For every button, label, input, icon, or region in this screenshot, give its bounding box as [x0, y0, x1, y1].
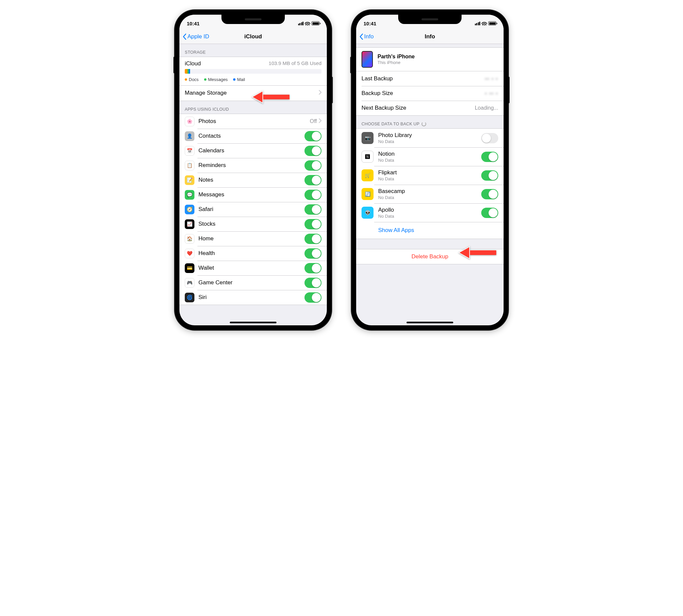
app-icon: 📅	[185, 146, 194, 156]
show-all-apps-button[interactable]: Show All Apps	[356, 222, 504, 239]
toggle-switch[interactable]	[304, 278, 321, 288]
app-label: Notion	[378, 151, 481, 157]
app-icon: ❤️	[185, 249, 194, 258]
toggle-switch[interactable]	[304, 204, 321, 215]
app-icon: 🧭	[185, 205, 194, 214]
app-row-messages[interactable]: 💬Messages	[179, 187, 327, 202]
storage-bar	[185, 69, 321, 74]
app-label: Contacts	[198, 133, 304, 139]
toggle-switch[interactable]	[481, 152, 498, 162]
notch	[398, 15, 462, 24]
app-label: Siri	[198, 294, 304, 301]
app-icon: 👤	[185, 131, 194, 141]
app-row-safari[interactable]: 🧭Safari	[179, 202, 327, 217]
app-icon: 📋	[185, 161, 194, 170]
app-row-reminders[interactable]: 📋Reminders	[179, 158, 327, 173]
toggle-switch[interactable]	[304, 131, 321, 141]
apps-header: APPS USING ICLOUD	[179, 101, 327, 114]
app-icon: 📈	[185, 219, 194, 229]
app-row-siri[interactable]: 🌀Siri	[179, 290, 327, 305]
app-label: Messages	[198, 191, 304, 198]
app-label: Flipkart	[378, 169, 481, 176]
phone-right: 10:41 Info Info Parth's iPhone This iPho…	[351, 10, 508, 330]
next-backup-value: Loading...	[475, 105, 498, 111]
home-indicator[interactable]	[407, 322, 453, 323]
chevron-left-icon	[182, 33, 187, 40]
app-icon: 💳	[185, 263, 194, 273]
chevron-right-icon	[319, 118, 321, 125]
last-backup-value: ▪▪ ▪ ▪	[485, 76, 498, 81]
nav-bar: Apple ID iCloud	[179, 29, 327, 44]
app-label: Apollo	[378, 207, 481, 213]
show-all-apps-label: Show All Apps	[378, 227, 414, 234]
chevron-left-icon	[359, 33, 364, 40]
toggle-switch[interactable]	[304, 234, 321, 244]
toggle-switch[interactable]	[304, 248, 321, 259]
toggle-switch[interactable]	[304, 292, 321, 303]
app-row-wallet[interactable]: 💳Wallet	[179, 261, 327, 275]
app-label: Notes	[198, 177, 304, 183]
app-label: Stocks	[198, 221, 304, 227]
app-row-calendars[interactable]: 📅Calendars	[179, 143, 327, 158]
toggle-switch[interactable]	[304, 146, 321, 156]
app-label: Game Center	[198, 279, 304, 286]
app-icon: 🏠	[185, 234, 194, 244]
toggle-switch[interactable]	[304, 219, 321, 229]
status-time: 10:41	[364, 21, 376, 26]
home-indicator[interactable]	[230, 322, 276, 323]
manage-storage-row[interactable]: Manage Storage	[179, 85, 327, 100]
app-sublabel: No Data	[378, 158, 481, 163]
toggle-switch[interactable]	[304, 160, 321, 171]
app-row-game-center[interactable]: 🎮Game Center	[179, 275, 327, 290]
storage-header: STORAGE	[179, 44, 327, 57]
choose-data-header: CHOOSE DATA TO BACK UP	[356, 116, 504, 128]
app-row-home[interactable]: 🏠Home	[179, 231, 327, 246]
screen-left: 10:41 Apple ID iCloud STORAGE iCloud 103…	[179, 15, 327, 325]
app-row-contacts[interactable]: 👤Contacts	[179, 129, 327, 143]
manage-storage-label: Manage Storage	[185, 90, 317, 96]
app-icon: 🌸	[185, 117, 194, 126]
battery-icon	[488, 21, 496, 25]
next-backup-row: Next Backup Size Loading...	[356, 101, 504, 115]
content-right[interactable]: Parth's iPhone This iPhone Last Backup ▪…	[356, 44, 504, 325]
backup-app-row-photo-library[interactable]: 📷Photo LibraryNo Data	[356, 129, 504, 147]
app-row-stocks[interactable]: 📈Stocks	[179, 217, 327, 231]
app-label: Photo Library	[378, 132, 481, 139]
backup-app-row-basecamp[interactable]: 🔄BasecampNo Data	[356, 185, 504, 203]
screen-right: 10:41 Info Info Parth's iPhone This iPho…	[356, 15, 504, 325]
app-icon: 📝	[185, 175, 194, 185]
battery-icon	[312, 21, 319, 25]
toggle-switch[interactable]	[481, 189, 498, 199]
storage-legend: Docs Messages Mail	[179, 77, 327, 85]
delete-backup-button[interactable]: Delete Backup	[356, 249, 504, 264]
toggle-switch[interactable]	[481, 133, 498, 143]
app-icon: 📷	[362, 132, 373, 144]
app-icon: 🌀	[185, 293, 194, 302]
toggle-switch[interactable]	[304, 190, 321, 200]
app-row-photos[interactable]: 🌸PhotosOff	[179, 114, 327, 129]
device-name: Parth's iPhone	[378, 54, 498, 60]
backup-app-row-notion[interactable]: 🅽NotionNo Data	[356, 147, 504, 166]
app-icon: 🛒	[362, 169, 373, 181]
back-button[interactable]: Apple ID	[179, 33, 209, 40]
backup-app-row-flipkart[interactable]: 🛒FlipkartNo Data	[356, 166, 504, 185]
content-left[interactable]: STORAGE iCloud 103.9 MB of 5 GB Used Doc…	[179, 44, 327, 325]
toggle-switch[interactable]	[481, 208, 498, 218]
storage-label: iCloud	[185, 60, 201, 67]
status-time: 10:41	[187, 21, 199, 26]
phone-left: 10:41 Apple ID iCloud STORAGE iCloud 103…	[175, 10, 332, 330]
app-icon: 🎮	[185, 278, 194, 288]
back-label: Apple ID	[187, 33, 209, 40]
delete-backup-label: Delete Backup	[362, 253, 498, 260]
app-row-notes[interactable]: 📝Notes	[179, 173, 327, 187]
toggle-switch[interactable]	[481, 170, 498, 181]
nav-bar: Info Info	[356, 29, 504, 44]
toggle-switch[interactable]	[304, 263, 321, 273]
back-button[interactable]: Info	[356, 33, 373, 40]
backup-app-row-apollo[interactable]: 👽ApolloNo Data	[356, 203, 504, 222]
app-row-health[interactable]: ❤️Health	[179, 246, 327, 261]
toggle-switch[interactable]	[304, 175, 321, 185]
device-subtitle: This iPhone	[378, 60, 498, 65]
back-label: Info	[364, 33, 373, 40]
app-label: Basecamp	[378, 188, 481, 195]
